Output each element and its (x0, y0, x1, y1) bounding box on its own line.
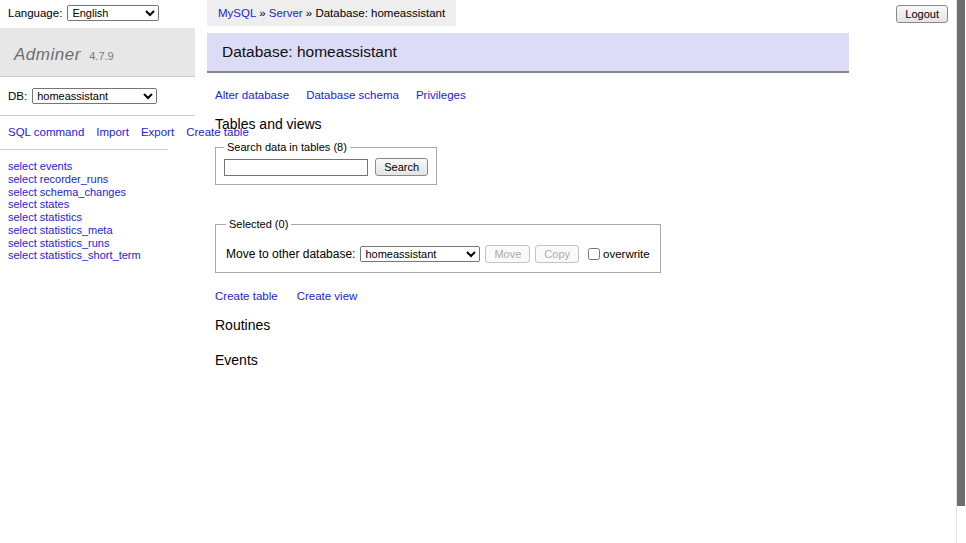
sidebar-table-links: select eventsselect recorder_runsselect … (0, 150, 195, 272)
vertical-scrollbar-track[interactable] (956, 0, 966, 543)
overwrite-option[interactable]: overwrite (588, 248, 650, 260)
move-row: Move to other database: homeassistant Mo… (226, 245, 650, 263)
db-select[interactable]: homeassistant (32, 88, 157, 104)
events-title: Events (215, 352, 907, 368)
database-nav-link[interactable]: Database schema (306, 89, 399, 101)
selected-fieldset: Selected (0) Move to other database: hom… (215, 218, 661, 273)
breadcrumb-current: Database: homeassistant (315, 7, 445, 19)
breadcrumb-separator: » (259, 7, 265, 19)
sidebar-action-link[interactable]: Import (96, 126, 129, 138)
app-version: 4.7.9 (89, 50, 113, 62)
create-link[interactable]: Create table (215, 290, 278, 302)
copy-button[interactable]: Copy (535, 245, 579, 263)
sidebar-select-link[interactable]: select schema_changes (8, 186, 187, 199)
move-label: Move to other database: (226, 247, 355, 261)
move-db-select[interactable]: homeassistant (360, 246, 480, 262)
logout-button[interactable]: Logout (896, 5, 948, 23)
overwrite-label: overwrite (603, 248, 650, 260)
language-label: Language: (8, 7, 62, 19)
sidebar-select-link[interactable]: select recorder_runs (8, 173, 187, 186)
overwrite-checkbox[interactable] (588, 248, 600, 260)
language-form: Language:English (0, 0, 195, 27)
adminer-logo: Adminer (14, 45, 81, 64)
sidebar-select-link[interactable]: select statistics_short_term (8, 249, 187, 262)
sidebar-select-link[interactable]: select statistics_meta (8, 224, 187, 237)
routines-title: Routines (215, 317, 907, 333)
breadcrumb-separator: » (306, 7, 312, 19)
breadcrumb: MySQL » Server » Database: homeassistant (207, 0, 456, 26)
database-nav-link[interactable]: Alter database (215, 89, 289, 101)
app-header: Adminer 4.7.9 (0, 28, 195, 77)
breadcrumb-link-server[interactable]: Server (269, 7, 303, 19)
language-select[interactable]: English (67, 5, 159, 21)
sidebar-select-link[interactable]: select statistics_runs (8, 237, 187, 250)
vertical-scrollbar-thumb[interactable] (957, 0, 965, 506)
sidebar-action-link[interactable]: Export (141, 126, 174, 138)
database-nav-link[interactable]: Privileges (416, 89, 466, 101)
search-legend: Search data in tables (8) (224, 141, 350, 153)
content: Database: homeassistant Alter databaseDa… (207, 33, 907, 377)
sidebar-select-link[interactable]: select states (8, 198, 187, 211)
search-input[interactable] (224, 159, 368, 176)
search-button[interactable]: Search (375, 158, 428, 176)
sidebar-actions: SQL commandImportExportCreate table (0, 116, 168, 150)
database-nav-links: Alter databaseDatabase schemaPrivileges (215, 89, 907, 101)
sidebar: Language:English Adminer 4.7.9 DB:homeas… (0, 0, 195, 272)
breadcrumb-link-mysql[interactable]: MySQL (218, 7, 256, 19)
selected-legend: Selected (0) (226, 218, 291, 230)
page-title: Database: homeassistant (207, 33, 849, 73)
create-links: Create tableCreate view (215, 290, 907, 302)
db-label: DB: (8, 90, 27, 102)
db-form: DB:homeassistant (0, 77, 195, 116)
create-link[interactable]: Create view (297, 290, 358, 302)
search-fieldset: Search data in tables (8) Search (215, 141, 437, 185)
move-button[interactable]: Move (485, 245, 530, 263)
sidebar-select-link[interactable]: select events (8, 160, 187, 173)
sidebar-action-link[interactable]: SQL command (8, 126, 84, 138)
tables-and-views-title: Tables and views (215, 116, 907, 132)
sidebar-select-link[interactable]: select statistics (8, 211, 187, 224)
